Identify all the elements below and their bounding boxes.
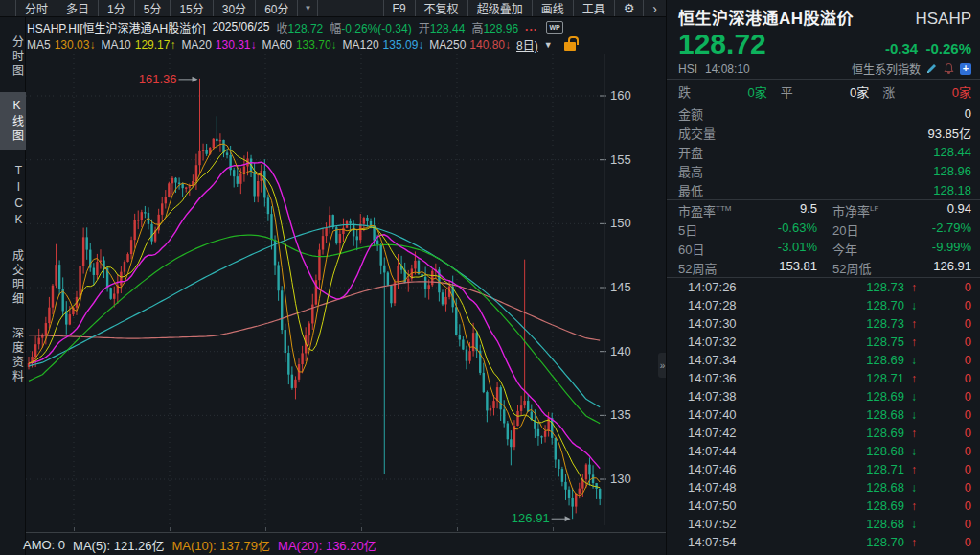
ma-period-link[interactable]: 8日) [516, 36, 538, 53]
ma-label: MA250 [429, 38, 466, 52]
index-group-link[interactable]: 恒生系列指数 [852, 60, 921, 77]
down-arrow-icon: ↓ [904, 518, 923, 531]
symbol-name[interactable]: HSAHP.HI[恒生沪深港通AH股溢价] [27, 19, 205, 35]
tick-row[interactable]: 14:07:32128.75↑0 [667, 333, 980, 351]
period-tab-6[interactable]: 30分 [214, 0, 256, 16]
tick-row[interactable]: 14:07:40128.68↓0 [667, 405, 980, 424]
tick-row[interactable]: 14:07:38128.69↓0 [667, 387, 980, 405]
ma-value: 135.09↓ [383, 38, 424, 52]
sidebar-item-K线图[interactable]: K线图 [0, 92, 26, 150]
settings-button[interactable]: ⚙ [615, 0, 645, 16]
svg-text:150: 150 [610, 216, 631, 230]
wp-monitor-icon[interactable]: WP [546, 21, 563, 34]
instrument-title: 恒生沪深港通AH股溢价 [678, 5, 854, 29]
stat-金额: 金额0 [667, 104, 980, 123]
tick-row[interactable]: 14:07:44128.68↓0 [667, 442, 980, 460]
ma-indicator-ma120: MA120135.09↓ [343, 38, 424, 52]
svg-text:140: 140 [610, 344, 631, 358]
up-arrow-icon: ↑ [904, 499, 923, 513]
quote-ratios: 市盈率TTM9.5市净率LF0.945日-0.63%20日-2.79%60日-3… [667, 200, 980, 277]
kline-chart[interactable]: 160155150145140135130161.36126.91 [26, 54, 666, 525]
svg-text:160: 160 [610, 88, 631, 103]
breadth-平: 平0家 [781, 82, 883, 101]
sidebar-item-分时图[interactable]: 分时图 [0, 29, 26, 85]
trading-terminal: 分时多日1分5分15分30分60分 ▼ F9不复权超级叠加画线工具 ⚙ › HS… [0, 0, 980, 555]
tick-row[interactable]: 14:07:48128.68↓0 [667, 478, 980, 497]
view-sidebar: 分时图K线图TICK成交明细深度资料 [0, 17, 26, 555]
period-tab-3[interactable]: 1分 [99, 0, 135, 16]
toolbar-expand-button[interactable]: › [644, 0, 666, 16]
ratio-row: 60日-3.01%今年-9.99% [667, 239, 980, 258]
ma-label: MA5 [27, 38, 51, 52]
vol-ma20: MA(20): 136.20亿 [278, 536, 376, 554]
up-arrow-icon: ↑ [904, 463, 923, 476]
add-to-watchlist-icon[interactable]: + [960, 63, 971, 75]
period-tab-1[interactable]: 分时 [15, 0, 57, 16]
ma-period-dropdown-icon[interactable]: ▼ [544, 40, 553, 50]
toolbar-button-1[interactable]: F9 [383, 0, 416, 16]
sidebar-item-深度资料[interactable]: 深度资料 [0, 320, 26, 391]
ma-label: MA20 [181, 38, 211, 52]
down-arrow-icon: ↓ [904, 299, 923, 312]
low-annotation: 126.91 [512, 511, 550, 525]
symbol-header: HSAHP.HI[恒生沪深港通AH股溢价] 2025/06/25 收128.72… [27, 18, 666, 35]
ratio-row: 5日-0.63%20日-2.79% [667, 220, 980, 239]
period-tab-7[interactable]: 60分 [256, 0, 298, 16]
unlock-icon[interactable] [564, 42, 576, 51]
quote-time: 14:08:10 [705, 62, 750, 76]
tick-row[interactable]: 14:07:42128.69↑0 [667, 424, 980, 442]
tick-row[interactable]: 14:07:26128.73↑0 [667, 278, 980, 296]
up-arrow-icon: ↑ [904, 536, 923, 549]
sidebar-item-成交明细[interactable]: 成交明细 [0, 243, 26, 313]
tick-row[interactable]: 14:07:56128.68↑0 [667, 551, 980, 555]
breadth-涨: 涨0家 [882, 82, 971, 101]
down-arrow-icon: ↓ [904, 445, 923, 458]
ma-value: 130.03↓ [55, 38, 96, 52]
market-breadth: 跌0家平0家涨0家 [667, 80, 980, 104]
time-sales-list[interactable]: 14:07:26128.73↑014:07:28128.70↓014:07:30… [667, 278, 980, 555]
quote-panel: 恒生沪深港通AH股溢价 HSAHP 128.72 -0.34 -0.26% HS… [666, 0, 980, 555]
svg-text:155: 155 [610, 152, 631, 167]
high-value: 128.96 [483, 22, 518, 35]
tick-row[interactable]: 14:07:30128.73↑0 [667, 314, 980, 333]
ratio-row: 市盈率TTM9.5市净率LF0.94 [667, 200, 980, 220]
high-label: 高 [471, 22, 483, 35]
last-price: 128.72 [678, 29, 766, 59]
tick-row[interactable]: 14:07:46128.71↑0 [667, 460, 980, 478]
tick-row[interactable]: 14:07:52128.68↓0 [667, 515, 980, 533]
breadth-跌: 跌0家 [678, 82, 781, 101]
period-tab-2[interactable]: 多日 [57, 0, 99, 16]
ma-indicator-ma10: MA10129.17↑ [101, 38, 175, 52]
ma-label: MA60 [262, 38, 292, 52]
ma-value: 133.70↓ [296, 38, 337, 52]
alert-bell-icon[interactable] [943, 62, 955, 75]
period-dropdown[interactable]: ▼ [298, 0, 318, 16]
tick-row[interactable]: 14:07:54128.70↑0 [667, 533, 980, 551]
svg-text:145: 145 [610, 280, 631, 294]
top-toolbar: 分时多日1分5分15分30分60分 ▼ F9不复权超级叠加画线工具 ⚙ › [0, 0, 666, 17]
ma-values-row: MA5130.03↓MA10129.17↑MA20130.31↓MA60133.… [27, 35, 666, 54]
ma-label: MA10 [101, 38, 130, 52]
up-arrow-icon: ↑ [904, 427, 923, 440]
tick-row[interactable]: 14:07:50128.69↑0 [667, 497, 980, 515]
more-indicator[interactable]: ... [525, 20, 537, 34]
sidebar-item-TICK[interactable]: TICK [0, 157, 26, 236]
stat-最低: 最低128.18 [667, 180, 980, 199]
toolbar-button-4[interactable]: 画线 [533, 0, 574, 16]
toolbar-button-2[interactable]: 不复权 [416, 0, 468, 16]
period-tab-5[interactable]: 15分 [171, 0, 213, 16]
toolbar-button-3[interactable]: 超级叠加 [468, 0, 533, 16]
tick-row[interactable]: 14:07:28128.70↓0 [667, 296, 980, 314]
tick-row[interactable]: 14:07:34128.69↓0 [667, 351, 980, 369]
edit-icon[interactable] [925, 62, 938, 75]
x-axis [26, 525, 666, 533]
period-tab-4[interactable]: 5分 [135, 0, 171, 16]
tick-row[interactable]: 14:07:36128.71↑0 [667, 369, 980, 387]
ma-value: 129.17↑ [135, 38, 176, 52]
open-value: 128.44 [430, 22, 466, 35]
toolbar-button-5[interactable]: 工具 [574, 0, 615, 16]
down-arrow-icon: ↓ [904, 408, 923, 422]
exchange-label: HSI [678, 62, 697, 76]
close-value: 128.72 [288, 22, 324, 35]
up-arrow-icon: ↑ [904, 281, 923, 294]
